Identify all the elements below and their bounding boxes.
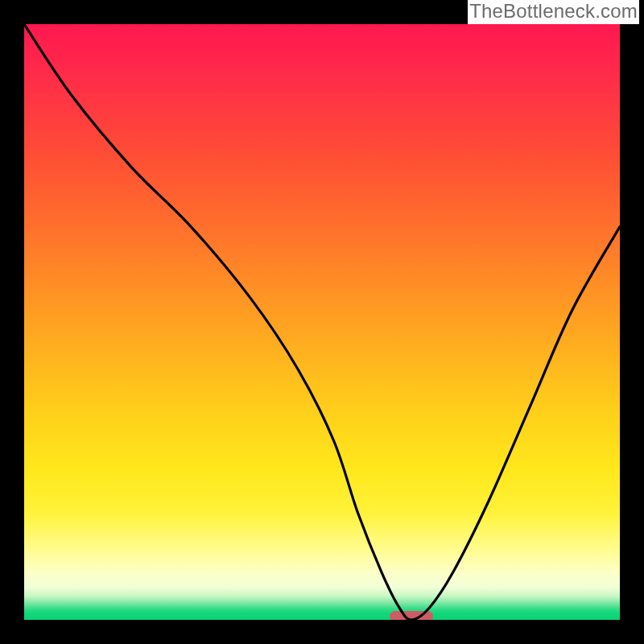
- plot-area: [24, 24, 620, 620]
- watermark-text: TheBottleneck.com: [468, 0, 639, 24]
- chart-frame: TheBottleneck.com: [0, 0, 644, 644]
- bottleneck-curve: [24, 24, 620, 620]
